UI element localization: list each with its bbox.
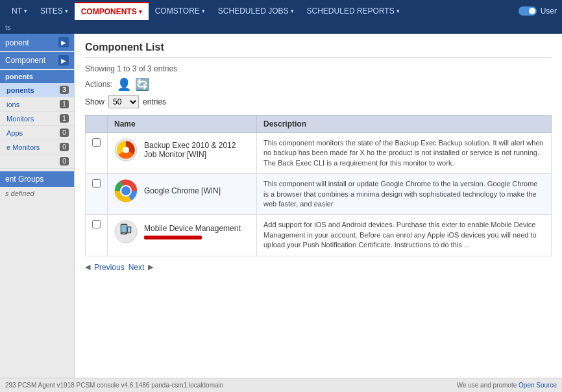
content-area: Component List Showing 1 to 3 of 3 entri… bbox=[75, 34, 562, 378]
badge-extra: 0 bbox=[60, 157, 69, 165]
sidebar-section-component[interactable]: ponent ▶ bbox=[0, 34, 74, 51]
component-icon-mobile bbox=[114, 220, 138, 243]
next-button[interactable]: Next bbox=[128, 263, 145, 272]
row-desc-cell: This component will install or update Go… bbox=[257, 174, 552, 215]
table-row: Mobile Device Management Add support for… bbox=[86, 215, 552, 256]
th-name[interactable]: Name bbox=[108, 116, 257, 133]
badge-apps: 0 bbox=[60, 129, 69, 137]
component-icon-backup bbox=[114, 138, 138, 162]
th-checkbox bbox=[86, 116, 108, 133]
nav-scheduled-jobs[interactable]: SCHEDULED JOBS ▾ bbox=[212, 3, 300, 19]
nav-sites[interactable]: SITES ▾ bbox=[34, 3, 75, 19]
chrome-svg bbox=[114, 179, 138, 202]
row-checkbox[interactable] bbox=[92, 220, 101, 228]
svg-point-1 bbox=[123, 147, 129, 153]
sidebar-item-components[interactable]: ponents 3 bbox=[0, 83, 74, 97]
sidebar-section-add-component[interactable]: Component ▶ bbox=[0, 52, 74, 69]
nav-components[interactable]: COMPONENTS ▾ bbox=[75, 2, 149, 20]
footer-right: We use and promote Open Source bbox=[457, 382, 557, 389]
table-row: Backup Exec 2010 & 2012 Job Monitor [WIN… bbox=[86, 133, 552, 174]
next-arrow-icon: ▶ bbox=[148, 263, 153, 271]
show-row: Show 50 25 100 entries bbox=[85, 95, 552, 108]
sidebar-section2-label: Component bbox=[5, 56, 45, 65]
chevron-down-icon: ▾ bbox=[202, 8, 205, 14]
show-label: Show bbox=[85, 97, 104, 106]
breadcrumb: ts bbox=[5, 23, 11, 31]
toggle-switch[interactable] bbox=[519, 6, 537, 16]
top-navigation: NT ▾ SITES ▾ COMPONENTS ▾ COMSTORE ▾ SCH… bbox=[0, 0, 562, 22]
row-checkbox[interactable] bbox=[92, 138, 101, 147]
progress-bar bbox=[144, 236, 202, 239]
row-checkbox[interactable] bbox=[92, 179, 101, 188]
table-row: Google Chrome [WIN] This component will … bbox=[86, 174, 552, 215]
main-layout: ponent ▶ Component ▶ ponents ponents 3 i… bbox=[0, 34, 562, 378]
svg-rect-11 bbox=[128, 228, 130, 232]
page-title: Component List bbox=[85, 42, 552, 58]
sidebar-item-monitors[interactable]: Monitors 1 bbox=[0, 112, 74, 126]
row-name-cell: Google Chrome [WIN] bbox=[108, 174, 257, 215]
sub-navigation: ts bbox=[0, 22, 562, 34]
chevron-down-icon: ▾ bbox=[291, 8, 294, 14]
chevron-down-icon: ▾ bbox=[24, 8, 27, 14]
row-name-cell: Backup Exec 2010 & 2012 Job Monitor [WIN… bbox=[108, 133, 257, 174]
footer: 293 PCSM Agent v1918 PCSM console v4.6.1… bbox=[0, 378, 562, 392]
action-icon-1[interactable]: 👤 bbox=[117, 77, 131, 92]
chevron-down-icon: ▾ bbox=[139, 8, 142, 15]
svg-point-5 bbox=[121, 186, 130, 195]
previous-button[interactable]: Previous bbox=[94, 263, 125, 272]
showing-text: Showing 1 to 3 of 3 entries bbox=[85, 64, 552, 73]
sidebar-groups-header: ent Groups bbox=[0, 171, 74, 187]
row-checkbox-cell bbox=[86, 215, 108, 256]
row-name-cell: Mobile Device Management bbox=[108, 215, 257, 256]
svg-rect-8 bbox=[121, 225, 127, 232]
action-icon-2[interactable]: 🔄 bbox=[135, 77, 149, 92]
prev-arrow-icon: ◀ bbox=[85, 263, 90, 271]
row-desc-cell: Add support for iOS and Android devices.… bbox=[257, 215, 552, 256]
progress-bar-container bbox=[144, 236, 241, 239]
pagination-row: ◀ Previous Next ▶ bbox=[85, 263, 552, 272]
row-desc-cell: This component monitors the state of the… bbox=[257, 133, 552, 174]
badge-components: 3 bbox=[60, 86, 69, 94]
th-description: Description bbox=[257, 116, 552, 133]
actions-label: Actions: bbox=[85, 80, 113, 89]
mobile-svg bbox=[114, 220, 138, 243]
row-checkbox-cell bbox=[86, 133, 108, 174]
row-name-text: Mobile Device Management bbox=[144, 224, 241, 233]
sidebar-arrow2-icon: ▶ bbox=[58, 55, 69, 66]
row-name-text: Google Chrome [WIN] bbox=[144, 186, 221, 195]
entries-label: entries bbox=[143, 97, 166, 106]
sidebar-item-extra[interactable]: 0 bbox=[0, 154, 74, 169]
chevron-down-icon: ▾ bbox=[65, 8, 68, 14]
badge-monitors: 1 bbox=[60, 114, 69, 123]
backup-exec-svg bbox=[114, 138, 138, 162]
footer-left: 293 PCSM Agent v1918 PCSM console v4.6.1… bbox=[5, 382, 223, 389]
sidebar: ponent ▶ Component ▶ ponents ponents 3 i… bbox=[0, 34, 75, 378]
components-table: Name Description bbox=[85, 115, 552, 256]
sidebar-arrow-icon: ▶ bbox=[58, 37, 69, 47]
open-source-link[interactable]: Open Source bbox=[519, 382, 557, 389]
component-icon-chrome bbox=[114, 179, 138, 202]
user-label: User bbox=[541, 6, 557, 16]
badge-ions: 1 bbox=[60, 100, 69, 108]
nav-comstore[interactable]: COMSTORE ▾ bbox=[149, 3, 212, 19]
svg-rect-9 bbox=[123, 233, 125, 234]
sidebar-item-e-monitors[interactable]: e Monitors 0 bbox=[0, 140, 74, 154]
row-checkbox-cell bbox=[86, 174, 108, 215]
sidebar-section-label: ponent bbox=[5, 38, 29, 47]
actions-row: Actions: 👤 🔄 bbox=[85, 77, 552, 92]
show-select[interactable]: 50 25 100 bbox=[108, 95, 139, 108]
sidebar-item-apps[interactable]: Apps 0 bbox=[0, 126, 74, 140]
chevron-down-icon: ▾ bbox=[397, 8, 400, 14]
nav-scheduled-reports[interactable]: SCHEDULED REPORTS ▾ bbox=[300, 3, 406, 19]
row-name-text: Backup Exec 2010 & 2012 Job Monitor [WIN… bbox=[144, 141, 250, 159]
svg-rect-12 bbox=[128, 233, 130, 234]
nav-nt[interactable]: NT ▾ bbox=[5, 3, 34, 19]
sidebar-categories-header: ponents bbox=[0, 70, 74, 83]
sidebar-groups-note: s defined bbox=[0, 187, 74, 200]
sidebar-item-ions[interactable]: ions 1 bbox=[0, 97, 74, 112]
user-area: User bbox=[519, 6, 557, 16]
badge-e-monitors: 0 bbox=[60, 143, 69, 151]
